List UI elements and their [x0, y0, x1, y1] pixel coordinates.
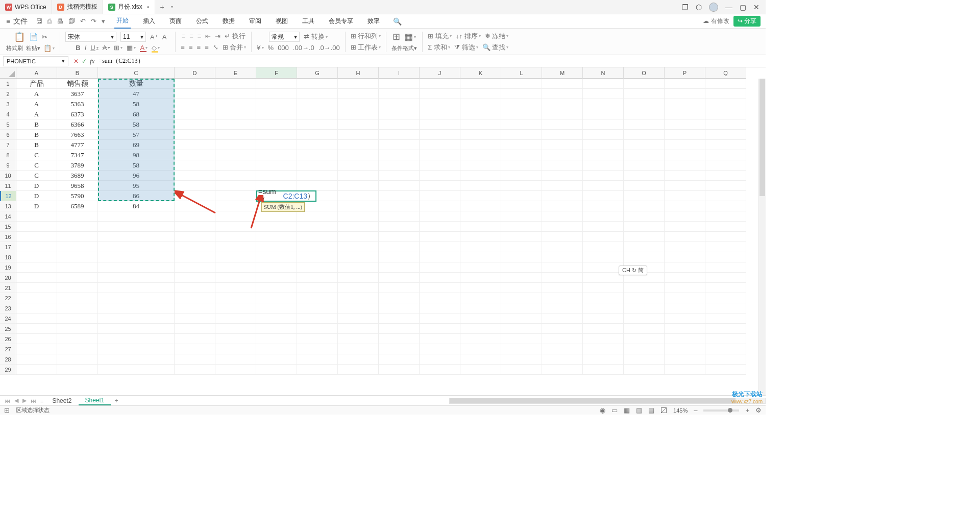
cell-I13[interactable] — [379, 201, 420, 211]
cell-M9[interactable] — [542, 160, 583, 171]
row-header-5[interactable]: 5 — [0, 119, 16, 130]
find-button[interactable]: 🔍 查找▾ — [482, 43, 509, 52]
cell-A8[interactable]: C — [16, 150, 57, 160]
cell-P16[interactable] — [665, 232, 705, 242]
cell-K9[interactable] — [460, 160, 501, 171]
col-header-G[interactable]: G — [297, 67, 338, 79]
cell-C9[interactable]: 58 — [98, 160, 175, 171]
cell-A17[interactable] — [16, 242, 57, 252]
cell-E14[interactable] — [215, 211, 256, 222]
freeze-button[interactable]: ❄ 冻结▾ — [485, 32, 509, 41]
cell-L3[interactable] — [501, 99, 542, 109]
cell-C25[interactable] — [98, 324, 175, 334]
cell-A4[interactable]: A — [16, 109, 57, 119]
cell-K29[interactable] — [460, 365, 501, 375]
cell-M12[interactable] — [542, 191, 583, 201]
menu-tab-视图[interactable]: 视图 — [274, 14, 290, 29]
cell-A15[interactable] — [16, 222, 57, 232]
cell-M22[interactable] — [542, 293, 583, 303]
cell-D20[interactable] — [175, 273, 215, 283]
cell-E10[interactable] — [215, 171, 256, 181]
cell-D8[interactable] — [175, 150, 215, 160]
close-button[interactable]: ✕ — [753, 3, 760, 11]
cell-C14[interactable] — [98, 211, 175, 222]
cell-E18[interactable] — [215, 252, 256, 262]
sheet-tab-sheet2[interactable]: Sheet2 — [46, 396, 78, 405]
vertical-scrollbar[interactable] — [758, 79, 766, 395]
cell-B5[interactable]: 6366 — [57, 119, 98, 130]
cell-D18[interactable] — [175, 252, 215, 262]
cell-E25[interactable] — [215, 324, 256, 334]
cell-K26[interactable] — [460, 334, 501, 344]
cell-F14[interactable] — [256, 211, 297, 222]
cell-G11[interactable] — [297, 181, 338, 191]
cell-P5[interactable] — [665, 119, 705, 130]
cell-I18[interactable] — [379, 252, 420, 262]
cell-P10[interactable] — [665, 171, 705, 181]
align-bottom-icon[interactable]: ≡ — [198, 32, 202, 40]
cell-C1[interactable]: 数量 — [98, 79, 175, 89]
cell-C20[interactable] — [98, 273, 175, 283]
cell-I26[interactable] — [379, 334, 420, 344]
cell-H9[interactable] — [338, 160, 379, 171]
cell-I15[interactable] — [379, 222, 420, 232]
format-painter-label[interactable]: 格式刷 — [6, 44, 23, 52]
cell-H11[interactable] — [338, 181, 379, 191]
menu-tab-数据[interactable]: 数据 — [220, 14, 237, 29]
cell-K15[interactable] — [460, 222, 501, 232]
zoom-level[interactable]: 145% — [673, 407, 688, 414]
cell-K16[interactable] — [460, 232, 501, 242]
cell-E9[interactable] — [215, 160, 256, 171]
cell-E26[interactable] — [215, 334, 256, 344]
cell-L20[interactable] — [501, 273, 542, 283]
cell-N18[interactable] — [583, 252, 624, 262]
tab-docer[interactable]: D 找稻壳模板 — [52, 0, 103, 14]
cell-F8[interactable] — [256, 150, 297, 160]
cell-C2[interactable]: 47 — [98, 89, 175, 99]
cell-N16[interactable] — [583, 232, 624, 242]
cell-M20[interactable] — [542, 273, 583, 283]
fill-color-button[interactable]: ◇▾ — [152, 44, 160, 52]
col-header-C[interactable]: C — [98, 67, 175, 79]
cell-A3[interactable]: A — [16, 99, 57, 109]
row-header-10[interactable]: 10 — [0, 171, 16, 181]
cell-P8[interactable] — [665, 150, 705, 160]
cell-D17[interactable] — [175, 242, 215, 252]
decrease-decimal-icon[interactable]: .00→.0 — [293, 44, 314, 52]
cell-O13[interactable] — [624, 201, 665, 211]
cell-C19[interactable] — [98, 262, 175, 273]
cell-D10[interactable] — [175, 171, 215, 181]
sort-button[interactable]: ↓↑ 排序▾ — [456, 32, 481, 41]
cell-D26[interactable] — [175, 334, 215, 344]
tab-current-file[interactable]: S 月份.xlsx • — [103, 0, 155, 14]
cell-N8[interactable] — [583, 150, 624, 160]
cell-O25[interactable] — [624, 324, 665, 334]
justify-icon[interactable]: ≡ — [205, 43, 209, 51]
cell-K14[interactable] — [460, 211, 501, 222]
align-top-icon[interactable]: ≡ — [182, 32, 186, 40]
row-header-20[interactable]: 20 — [0, 273, 16, 283]
cell-B2[interactable]: 3637 — [57, 89, 98, 99]
cell-H1[interactable] — [338, 79, 379, 89]
cell-N26[interactable] — [583, 334, 624, 344]
indent-inc-icon[interactable]: ⇥ — [215, 32, 220, 40]
cell-O16[interactable] — [624, 232, 665, 242]
cell-M14[interactable] — [542, 211, 583, 222]
cell-M27[interactable] — [542, 344, 583, 354]
col-header-O[interactable]: O — [624, 67, 665, 79]
cell-B9[interactable]: 3789 — [57, 160, 98, 171]
cell-J16[interactable] — [420, 232, 460, 242]
cell-N11[interactable] — [583, 181, 624, 191]
cell-I4[interactable] — [379, 109, 420, 119]
cell-G25[interactable] — [297, 324, 338, 334]
row-header-7[interactable]: 7 — [0, 140, 16, 150]
cell-O3[interactable] — [624, 99, 665, 109]
cell-K7[interactable] — [460, 140, 501, 150]
cell-Q25[interactable] — [705, 324, 746, 334]
cell-L6[interactable] — [501, 130, 542, 140]
cell-M21[interactable] — [542, 283, 583, 293]
cell-L15[interactable] — [501, 222, 542, 232]
status-layout1-icon[interactable]: ▥ — [636, 406, 642, 414]
currency-icon[interactable]: ¥▾ — [257, 44, 263, 52]
cell-B16[interactable] — [57, 232, 98, 242]
